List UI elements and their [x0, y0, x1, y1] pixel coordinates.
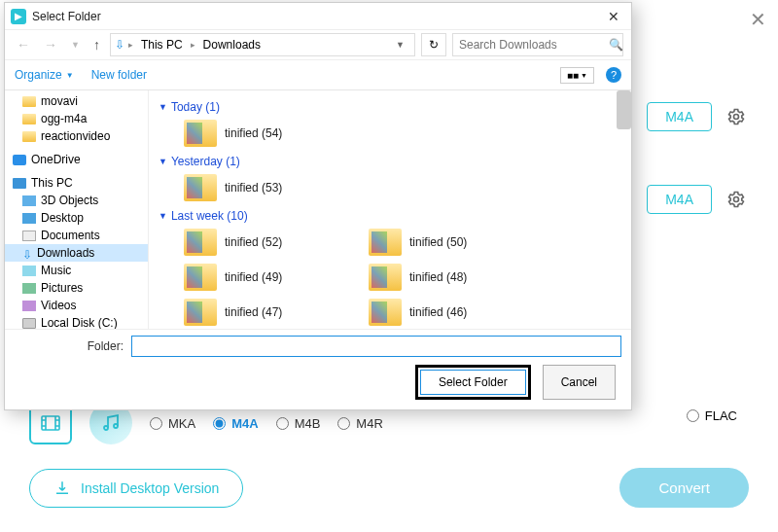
- format-option-m4r[interactable]: M4R: [337, 416, 382, 431]
- tree-item-desktop[interactable]: Desktop: [5, 209, 148, 227]
- pc-icon: [13, 178, 26, 189]
- radio-m4a[interactable]: [213, 417, 226, 430]
- tree-item-pictures[interactable]: Pictures: [5, 279, 148, 297]
- view-icon: ■■: [567, 70, 579, 81]
- search-icon[interactable]: 🔍: [609, 38, 623, 52]
- tree-item-3d-objects[interactable]: 3D Objects: [5, 192, 148, 209]
- breadcrumb-this-pc[interactable]: This PC: [137, 36, 187, 53]
- nav-up-icon[interactable]: ↑: [89, 35, 104, 54]
- folder-thumb-icon: [369, 299, 402, 326]
- list-item[interactable]: tinified (53): [184, 172, 349, 203]
- format-option-mka[interactable]: MKA: [150, 416, 195, 431]
- chevron-down-icon: ▼: [159, 102, 167, 112]
- output-row-1: M4A: [647, 102, 749, 131]
- scrollbar-thumb[interactable]: [617, 90, 631, 129]
- list-item[interactable]: tinified (49): [184, 262, 349, 293]
- format-option-m4b[interactable]: M4B: [276, 416, 321, 431]
- radio-m4b-label: M4B: [295, 416, 321, 431]
- tree-item-local-disk[interactable]: Local Disk (C:): [5, 314, 148, 329]
- tree-label: movavi: [41, 94, 78, 108]
- tree-item-downloads[interactable]: ⇩Downloads: [5, 244, 148, 262]
- nav-recent-dropdown-icon[interactable]: ▼: [67, 38, 84, 52]
- radio-m4r-label: M4R: [356, 416, 382, 431]
- convert-button[interactable]: Convert: [619, 468, 749, 508]
- gear-icon[interactable]: [724, 104, 749, 129]
- view-options-button[interactable]: ■■▼: [560, 67, 594, 84]
- address-dropdown-icon[interactable]: ▼: [390, 38, 410, 52]
- nav-back-icon[interactable]: ←: [13, 35, 34, 54]
- tree-item-onedrive[interactable]: OneDrive: [5, 151, 148, 168]
- item-label: tinified (48): [409, 270, 467, 284]
- tree-item-movavi[interactable]: movavi: [5, 92, 148, 110]
- tree-item-reactionvideo[interactable]: reactionvideo: [5, 127, 148, 145]
- list-item[interactable]: tinified (54): [184, 118, 349, 149]
- cancel-button[interactable]: Cancel: [543, 365, 616, 400]
- svg-point-1: [734, 197, 739, 202]
- radio-m4b[interactable]: [276, 417, 289, 430]
- group-label: Today (1): [171, 100, 220, 114]
- list-item[interactable]: tinified (48): [369, 262, 534, 293]
- install-label: Install Desktop Version: [81, 480, 219, 496]
- music-icon: [22, 266, 36, 276]
- tree-label: Local Disk (C:): [41, 316, 118, 329]
- group-label: Last week (10): [171, 209, 248, 223]
- group-today[interactable]: ▼Today (1): [159, 100, 625, 114]
- pictures-icon: [22, 283, 36, 294]
- install-desktop-button[interactable]: Install Desktop Version: [29, 469, 243, 508]
- app-close-icon[interactable]: ✕: [750, 8, 766, 31]
- downloads-icon: ⇩: [115, 38, 124, 52]
- group-yesterday[interactable]: ▼Yesterday (1): [159, 155, 625, 168]
- list-item[interactable]: tinified (50): [369, 227, 534, 258]
- group-last-week[interactable]: ▼Last week (10): [159, 209, 625, 223]
- format-m4a-button-2[interactable]: M4A: [647, 185, 712, 214]
- svg-point-4: [114, 424, 118, 428]
- output-row-2: M4A: [647, 185, 749, 214]
- address-bar[interactable]: ⇩ ▸ This PC ▸ Downloads ▼: [110, 33, 415, 56]
- folder-content[interactable]: ▼Today (1) tinified (54) ▼Yesterday (1) …: [149, 90, 631, 329]
- organize-label: Organize: [15, 68, 62, 82]
- chevron-down-icon: ▼: [159, 157, 167, 166]
- item-label: tinified (47): [225, 305, 282, 319]
- dialog-close-icon[interactable]: ✕: [602, 7, 625, 26]
- list-item[interactable]: tinified (52): [184, 227, 349, 258]
- item-label: tinified (54): [225, 126, 282, 140]
- tree-item-documents[interactable]: Documents: [5, 227, 148, 244]
- radio-m4a-label: M4A: [231, 416, 258, 431]
- format-m4a-button[interactable]: M4A: [647, 102, 712, 131]
- search-box[interactable]: 🔍: [452, 33, 623, 56]
- item-label: tinified (53): [225, 181, 282, 195]
- list-item[interactable]: tinified (46): [369, 297, 534, 328]
- nav-forward-icon[interactable]: →: [40, 35, 61, 54]
- new-folder-button[interactable]: New folder: [91, 68, 147, 82]
- tree-item-videos[interactable]: Videos: [5, 297, 148, 314]
- help-icon[interactable]: ?: [606, 67, 621, 83]
- refresh-button[interactable]: ↻: [421, 33, 446, 56]
- nav-tree[interactable]: movavi ogg-m4a reactionvideo OneDrive Th…: [5, 90, 149, 329]
- tree-item-ogg-m4a[interactable]: ogg-m4a: [5, 110, 148, 127]
- documents-icon: [22, 231, 36, 241]
- dialog-body: movavi ogg-m4a reactionvideo OneDrive Th…: [5, 90, 631, 329]
- organize-menu[interactable]: Organize ▼: [15, 68, 74, 82]
- format-option-m4a[interactable]: M4A: [213, 416, 258, 431]
- tree-label: OneDrive: [31, 153, 81, 166]
- select-folder-button[interactable]: Select Folder: [420, 370, 526, 395]
- content-scrollbar[interactable]: [617, 90, 631, 329]
- tree-item-music[interactable]: Music: [5, 262, 148, 279]
- tree-label: 3D Objects: [41, 194, 98, 207]
- disk-icon: [22, 318, 36, 329]
- item-label: tinified (46): [409, 305, 467, 319]
- search-input[interactable]: [459, 38, 605, 52]
- dialog-navbar: ← → ▼ ↑ ⇩ ▸ This PC ▸ Downloads ▼ ↻ 🔍: [5, 30, 631, 59]
- svg-point-3: [104, 426, 108, 430]
- folder-icon: [22, 114, 36, 124]
- objects3d-icon: [22, 195, 36, 206]
- radio-m4r[interactable]: [337, 417, 350, 430]
- folder-input[interactable]: [131, 336, 621, 357]
- folder-thumb-icon: [184, 299, 217, 326]
- tree-item-this-pc[interactable]: This PC: [5, 174, 148, 192]
- radio-mka[interactable]: [150, 417, 162, 430]
- list-item[interactable]: tinified (47): [184, 297, 349, 328]
- breadcrumb-downloads[interactable]: Downloads: [199, 36, 265, 53]
- gear-icon-2[interactable]: [724, 187, 749, 212]
- chevron-down-icon: ▼: [159, 211, 167, 221]
